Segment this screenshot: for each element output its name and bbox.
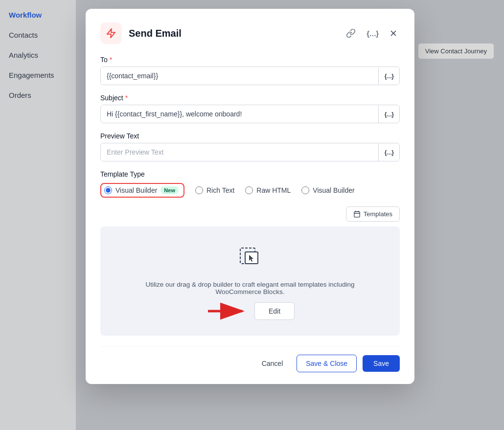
drag-drop-icon	[238, 244, 262, 272]
radio-raw-html-label: Raw HTML	[256, 186, 291, 194]
templates-row: Templates	[100, 206, 400, 222]
subject-field-group: Subject * {…}	[100, 94, 400, 123]
subject-input-wrapper: {…}	[100, 105, 400, 123]
modal-footer: Cancel Save & Close Save	[100, 346, 400, 372]
send-email-icon	[100, 23, 122, 44]
modal-header-actions: {…}	[344, 26, 400, 40]
close-button[interactable]	[387, 27, 400, 40]
new-badge: New	[160, 186, 179, 194]
radio-visual-builder-2-input[interactable]	[301, 186, 309, 194]
radio-rich-text[interactable]: Rich Text	[195, 186, 234, 194]
radio-visual-builder-label: Visual Builder	[115, 186, 157, 194]
calendar-icon	[353, 210, 361, 218]
preview-text-input[interactable]	[101, 143, 378, 161]
red-arrow-icon	[206, 302, 250, 320]
edit-button[interactable]: Edit	[254, 302, 295, 320]
subject-input[interactable]	[101, 105, 378, 123]
radio-visual-builder-input[interactable]	[104, 186, 112, 194]
to-input-wrapper: {…}	[100, 67, 400, 85]
to-input[interactable]	[101, 67, 378, 85]
template-type-group: Template Type Visual Builder New Rich Te…	[100, 170, 400, 198]
radio-raw-html-input[interactable]	[245, 186, 253, 194]
to-required: *	[110, 56, 112, 64]
subject-required: *	[125, 94, 128, 102]
radio-group: Visual Builder New Rich Text Raw HTML Vi…	[100, 183, 400, 198]
radio-visual-builder-2-label: Visual Builder	[313, 186, 354, 194]
svg-rect-3	[354, 212, 360, 217]
arrow-container: Edit	[206, 302, 295, 320]
svg-marker-0	[107, 29, 115, 38]
template-type-label: Template Type	[100, 170, 400, 178]
radio-rich-text-label: Rich Text	[206, 186, 234, 194]
preview-text-input-wrapper: {…}	[100, 143, 400, 161]
modal-title: Send Email	[129, 28, 182, 39]
send-email-modal: Send Email {…} To *	[86, 9, 414, 384]
to-merge-tag-button[interactable]: {…}	[378, 68, 399, 85]
save-close-button[interactable]: Save & Close	[297, 355, 357, 372]
radio-visual-builder-2[interactable]: Visual Builder	[301, 186, 354, 194]
builder-area: Utilize our drag & drop builder to craft…	[100, 226, 400, 336]
preview-text-field-group: Preview Text {…}	[100, 132, 400, 161]
subject-label: Subject *	[100, 94, 400, 102]
link-button[interactable]	[344, 26, 358, 40]
modal-header: Send Email {…}	[100, 23, 400, 44]
radio-raw-html[interactable]: Raw HTML	[245, 186, 291, 194]
templates-button[interactable]: Templates	[346, 206, 400, 222]
subject-merge-tag-button[interactable]: {…}	[378, 106, 399, 123]
preview-text-merge-tag-button[interactable]: {…}	[378, 144, 399, 161]
preview-text-label: Preview Text	[100, 132, 400, 140]
modal-header-left: Send Email	[100, 23, 182, 44]
radio-visual-builder-selected[interactable]: Visual Builder New	[100, 183, 184, 198]
cancel-button[interactable]: Cancel	[254, 355, 291, 372]
templates-button-label: Templates	[364, 210, 392, 218]
to-label: To *	[100, 56, 400, 64]
builder-description: Utilize our drag & drop builder to craft…	[133, 281, 367, 295]
radio-rich-text-input[interactable]	[195, 186, 203, 194]
to-field-group: To * {…}	[100, 56, 400, 85]
merge-tags-header-button[interactable]: {…}	[365, 27, 380, 40]
save-button[interactable]: Save	[363, 355, 400, 372]
